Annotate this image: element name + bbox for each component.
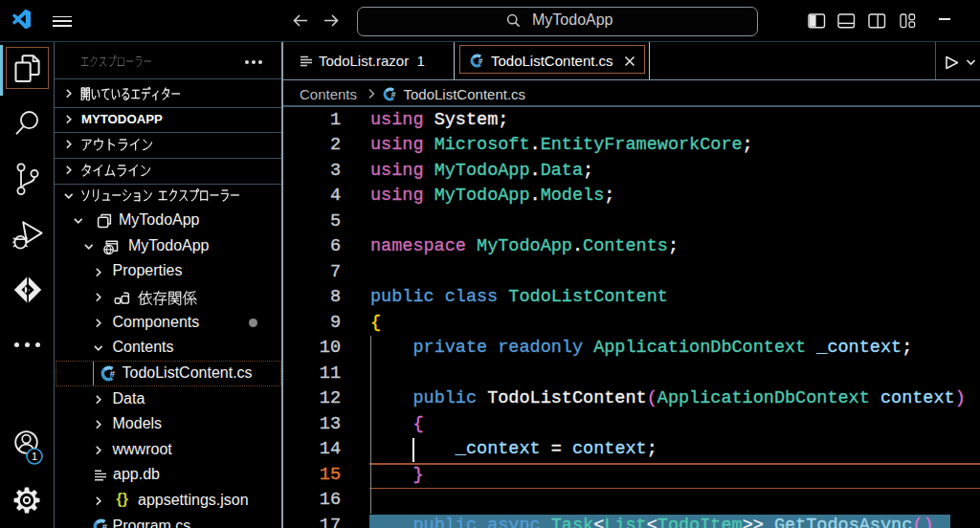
svg-text:#: # (479, 56, 483, 66)
svg-text:1: 1 (32, 451, 37, 462)
svg-text:#: # (102, 521, 108, 528)
svg-text:#: # (110, 368, 116, 379)
svg-text:#: # (390, 90, 395, 99)
